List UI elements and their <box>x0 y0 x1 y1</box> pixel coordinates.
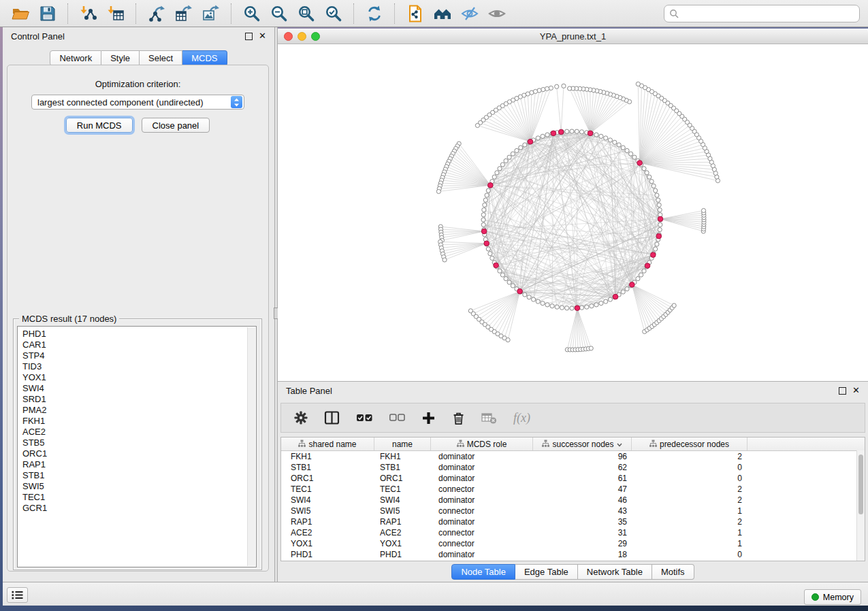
table-scrollbar[interactable] <box>856 450 865 561</box>
hide-graphics-details-icon[interactable] <box>458 2 481 25</box>
list-item[interactable]: ACE2 <box>22 427 256 437</box>
network-window-titlebar: YPA_prune.txt_1 <box>278 29 868 44</box>
list-item[interactable]: TEC1 <box>22 492 256 503</box>
column-header-shared-name[interactable]: shared name <box>281 437 374 450</box>
tab-mcds[interactable]: MCDS <box>182 50 227 66</box>
search-box[interactable] <box>664 5 860 22</box>
search-network-icon[interactable] <box>431 2 454 25</box>
list-item[interactable]: TID3 <box>22 361 256 372</box>
close-panel-button[interactable]: Close panel <box>142 118 210 133</box>
list-item[interactable]: GCR1 <box>22 503 256 514</box>
search-input[interactable] <box>682 7 859 19</box>
memory-button[interactable]: Memory <box>804 589 861 605</box>
run-mcds-button[interactable]: Run MCDS <box>66 118 133 133</box>
list-item[interactable]: FKH1 <box>22 416 256 427</box>
table-settings-icon[interactable] <box>293 410 308 425</box>
table-row[interactable]: ORC1ORC1dominator610 <box>281 473 865 484</box>
column-header-predecessor-nodes[interactable]: predecessor nodes <box>632 437 748 450</box>
float-panel-icon[interactable] <box>839 387 846 395</box>
task-history-button[interactable] <box>7 587 28 603</box>
table-panel: Table Panel ✕ f(x) shared namenameMCDS r… <box>278 381 868 582</box>
table-toolbar: f(x) <box>280 403 865 433</box>
share-document-icon[interactable] <box>404 2 427 25</box>
tree-icon <box>649 440 657 449</box>
show-graphics-details-icon[interactable] <box>485 2 509 25</box>
column-header-MCDS-role[interactable]: MCDS role <box>431 437 533 450</box>
tab-style[interactable]: Style <box>101 50 140 66</box>
add-row-icon[interactable] <box>421 411 436 425</box>
table-row[interactable]: RAP1RAP1dominator352 <box>281 516 865 527</box>
table-row[interactable]: TEC1TEC1connector472 <box>281 484 865 495</box>
table-row[interactable]: SWI4SWI4dominator462 <box>281 495 865 506</box>
list-item[interactable]: CAR1 <box>22 340 256 350</box>
list-item[interactable]: ORC1 <box>22 448 256 459</box>
control-panel-header: Control Panel ✕ <box>3 27 274 45</box>
toolbar-separator <box>67 3 69 24</box>
close-panel-icon[interactable]: ✕ <box>852 387 860 394</box>
table-row[interactable]: ACE2ACE2connector311 <box>281 527 865 538</box>
export-table-icon[interactable] <box>172 2 195 25</box>
deselect-all-icon[interactable] <box>389 410 406 425</box>
list-item[interactable]: PMA2 <box>22 405 256 416</box>
tab-network-table[interactable]: Network Table <box>578 564 652 580</box>
tree-icon <box>298 440 306 449</box>
tab-motifs[interactable]: Motifs <box>652 564 694 580</box>
table-row[interactable]: YOX1YOX1connector291 <box>281 538 865 549</box>
list-item[interactable]: SWI5 <box>22 481 256 492</box>
tab-select[interactable]: Select <box>140 50 182 66</box>
tab-network[interactable]: Network <box>50 50 101 66</box>
memory-label: Memory <box>823 593 854 602</box>
tab-edge-table[interactable]: Edge Table <box>515 564 578 580</box>
dropdown-stepper-icon <box>231 96 242 108</box>
close-panel-icon[interactable]: ✕ <box>259 33 266 39</box>
list-item[interactable]: STB1 <box>22 470 256 481</box>
table-row[interactable]: SWI5SWI5connector431 <box>281 506 865 516</box>
svg-text:f(x): f(x) <box>513 411 530 425</box>
memory-status-icon <box>811 593 819 601</box>
export-network-icon[interactable] <box>145 2 168 25</box>
delete-row-icon[interactable] <box>451 410 466 425</box>
tree-icon <box>457 440 464 449</box>
column-header-successor-nodes[interactable]: successor nodes <box>533 437 632 450</box>
float-panel-icon[interactable] <box>245 33 253 40</box>
scrollbar-thumb[interactable] <box>858 455 863 514</box>
save-icon[interactable] <box>36 2 59 25</box>
network-canvas[interactable] <box>278 44 868 381</box>
optimization-criterion-label: Optimization criterion: <box>7 79 268 89</box>
list-item[interactable]: YOX1 <box>22 372 256 383</box>
tab-node-table[interactable]: Node Table <box>451 564 515 580</box>
export-image-icon[interactable] <box>199 2 223 25</box>
list-item[interactable]: STB5 <box>22 437 256 448</box>
table-panel-header: Table Panel ✕ <box>278 382 868 399</box>
list-item[interactable]: STP4 <box>22 350 256 361</box>
open-icon[interactable] <box>9 2 32 25</box>
list-item[interactable]: RAP1 <box>22 459 256 470</box>
mcds-tab-content: Optimization criterion: largest connecte… <box>7 65 269 572</box>
zoom-selected-icon[interactable] <box>322 2 345 25</box>
toolbar-separator <box>353 3 355 24</box>
optimization-criterion-select[interactable]: largest connected component (undirected) <box>31 95 244 110</box>
table-row[interactable]: STB1STB1dominator620 <box>281 462 865 473</box>
table-row[interactable]: PHD1PHD1dominator180 <box>281 549 865 560</box>
refresh-icon[interactable] <box>363 2 386 25</box>
toolbar-separator <box>231 3 232 24</box>
zoom-out-icon[interactable] <box>268 2 291 25</box>
main-toolbar <box>0 0 868 27</box>
table-row[interactable]: FKH1FKH1dominator962 <box>281 451 865 462</box>
network-graph[interactable] <box>278 44 868 381</box>
import-table-icon[interactable] <box>104 2 127 25</box>
clear-table-icon[interactable] <box>481 411 497 425</box>
control-panel-tabs: NetworkStyleSelectMCDS <box>3 50 274 66</box>
list-item[interactable]: SWI4 <box>22 383 256 394</box>
show-columns-icon[interactable] <box>324 410 340 425</box>
function-builder-icon[interactable]: f(x) <box>513 410 537 426</box>
column-header-name[interactable]: name <box>374 437 431 450</box>
select-all-icon[interactable] <box>356 410 373 425</box>
import-network-icon[interactable] <box>77 2 100 25</box>
table-tabs: Node TableEdge TableNetwork TableMotifs <box>278 564 868 580</box>
list-item[interactable]: SRD1 <box>22 394 256 405</box>
zoom-in-icon[interactable] <box>240 2 263 25</box>
list-scrollbar[interactable] <box>247 327 255 566</box>
zoom-fit-icon[interactable] <box>295 2 318 25</box>
list-item[interactable]: PHD1 <box>22 329 256 340</box>
